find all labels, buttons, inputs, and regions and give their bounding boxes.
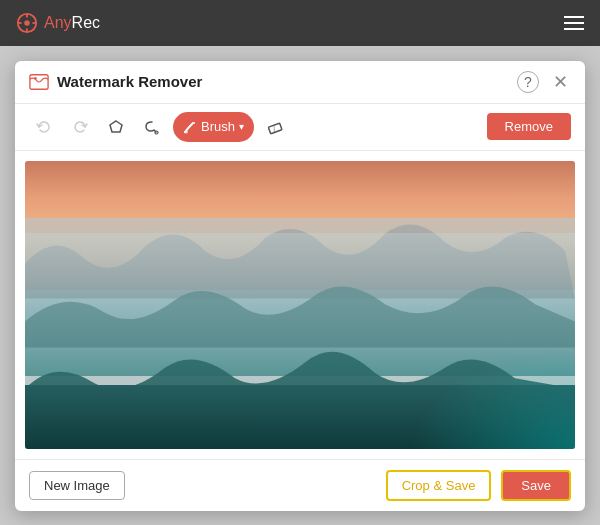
- svg-point-1: [24, 20, 30, 26]
- brush-tool-button[interactable]: Brush ▾: [173, 112, 254, 142]
- close-button[interactable]: ✕: [549, 71, 571, 93]
- hamburger-line-2: [564, 22, 584, 24]
- image-preview-area: [25, 161, 575, 449]
- app-title-rec: Rec: [72, 14, 100, 31]
- dialog-title-bar: Watermark Remover ? ✕: [15, 61, 585, 104]
- app-title: AnyRec: [44, 14, 100, 32]
- dialog-title-icon: [29, 72, 49, 92]
- help-button[interactable]: ?: [517, 71, 539, 93]
- polygon-icon: [108, 119, 124, 135]
- hamburger-menu[interactable]: [564, 16, 584, 30]
- lasso-icon: [144, 119, 160, 135]
- remove-button[interactable]: Remove: [487, 113, 571, 140]
- landscape-image: [25, 161, 575, 449]
- brush-label: Brush: [201, 119, 235, 134]
- eraser-icon: [267, 119, 283, 135]
- dialog-title: Watermark Remover: [57, 73, 517, 90]
- redo-button[interactable]: [65, 112, 95, 142]
- dialog-controls: ? ✕: [517, 71, 571, 93]
- toolbar: Brush ▾ Remove: [15, 104, 585, 151]
- crop-save-button[interactable]: Crop & Save: [386, 470, 492, 501]
- eraser-tool-button[interactable]: [260, 112, 290, 142]
- app-logo: AnyRec: [16, 12, 100, 34]
- polygon-tool-button[interactable]: [101, 112, 131, 142]
- svg-point-10: [184, 130, 188, 133]
- undo-button[interactable]: [29, 112, 59, 142]
- footer-left: New Image: [29, 471, 386, 500]
- anyrec-logo-icon: [16, 12, 38, 34]
- brush-chevron: ▾: [239, 121, 244, 132]
- undo-icon: [36, 119, 52, 135]
- redo-icon: [72, 119, 88, 135]
- hamburger-line-1: [564, 16, 584, 18]
- mist-overlay: [25, 233, 575, 449]
- watermark-remover-dialog: Watermark Remover ? ✕: [15, 61, 585, 511]
- svg-marker-8: [110, 121, 122, 132]
- brush-icon: [183, 120, 197, 134]
- lasso-tool-button[interactable]: [137, 112, 167, 142]
- main-background: Watermark Remover ? ✕: [0, 46, 600, 525]
- dialog-footer: New Image Crop & Save Save: [15, 459, 585, 511]
- new-image-button[interactable]: New Image: [29, 471, 125, 500]
- svg-point-7: [34, 77, 37, 80]
- svg-rect-11: [268, 123, 282, 134]
- save-button[interactable]: Save: [501, 470, 571, 501]
- app-bar: AnyRec: [0, 0, 600, 46]
- app-title-any: Any: [44, 14, 72, 31]
- footer-right: Crop & Save Save: [386, 470, 571, 501]
- hamburger-line-3: [564, 28, 584, 30]
